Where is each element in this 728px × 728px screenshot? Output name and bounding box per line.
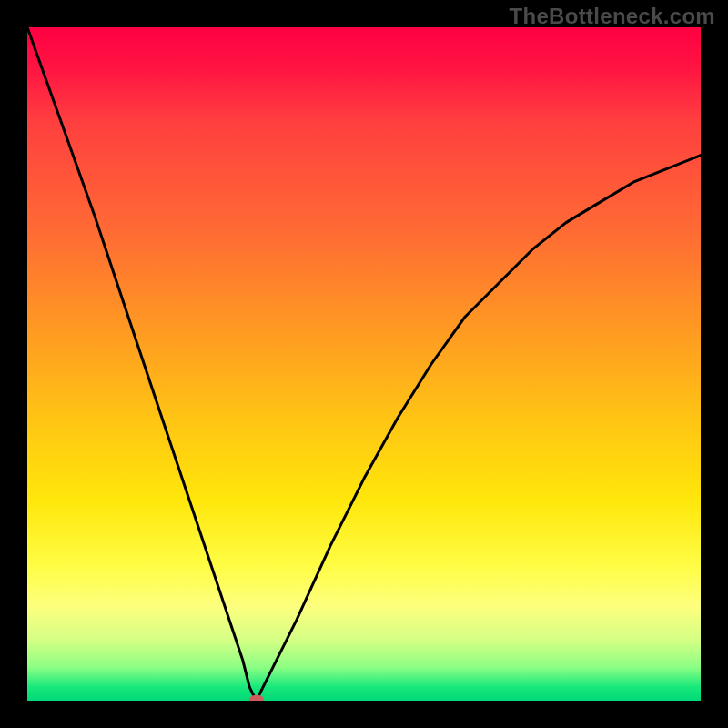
bottleneck-curve xyxy=(27,27,701,701)
plot-area xyxy=(27,27,701,701)
watermark-text: TheBottleneck.com xyxy=(510,4,715,29)
optimal-point-marker xyxy=(249,695,264,701)
chart-frame: TheBottleneck.com xyxy=(0,0,728,728)
